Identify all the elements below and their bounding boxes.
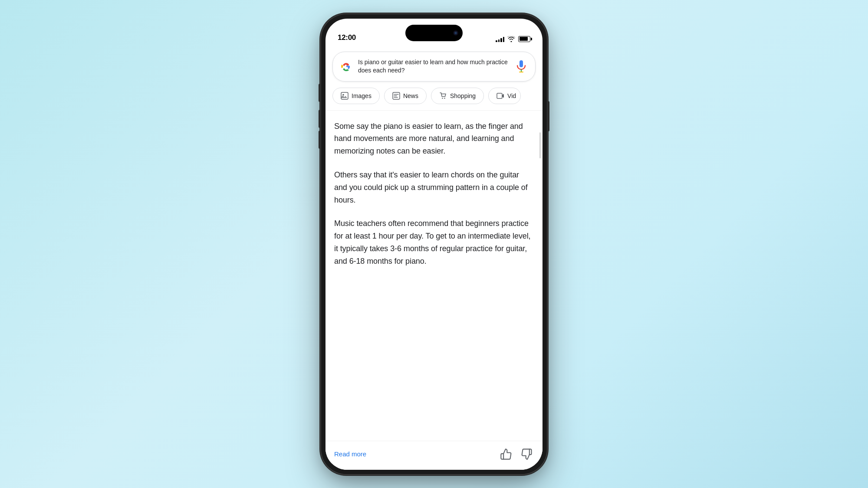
signal-bar-2 xyxy=(498,39,500,42)
phone-wrapper: 12:00 xyxy=(321,14,547,474)
svg-rect-11 xyxy=(497,93,502,98)
microphone-icon[interactable] xyxy=(515,60,527,72)
svg-point-10 xyxy=(444,98,445,98)
image-icon xyxy=(341,92,349,100)
tab-videos[interactable]: Vid xyxy=(488,88,521,104)
signal-bar-1 xyxy=(496,40,497,42)
phone-frame: 12:00 xyxy=(321,14,547,474)
tab-news-label: News xyxy=(403,92,418,99)
thumb-buttons xyxy=(499,447,534,461)
tab-images[interactable]: Images xyxy=(332,88,380,104)
status-time: 12:00 xyxy=(338,33,356,42)
filter-tabs: Images News xyxy=(326,82,542,104)
paragraph-1: Some say the piano is easier to learn, a… xyxy=(334,120,534,157)
video-icon xyxy=(496,92,504,100)
camera-dot xyxy=(453,30,458,36)
tab-images-label: Images xyxy=(352,92,372,99)
svg-point-9 xyxy=(442,98,443,98)
action-row: Read more xyxy=(334,447,534,461)
thumbs-down-button[interactable] xyxy=(520,447,534,461)
shopping-icon xyxy=(439,92,447,100)
battery-fill xyxy=(519,37,528,41)
svg-rect-0 xyxy=(519,60,523,67)
svg-point-4 xyxy=(342,94,344,95)
news-icon xyxy=(392,92,400,100)
search-bar[interactable]: Is piano or guitar easier to learn and h… xyxy=(332,52,536,82)
tab-shopping-label: Shopping xyxy=(450,92,476,99)
signal-bars-icon xyxy=(496,36,504,42)
phone-screen: 12:00 xyxy=(326,19,542,470)
tab-shopping[interactable]: Shopping xyxy=(431,88,484,104)
paragraph-3: Music teachers often recommend that begi… xyxy=(334,217,534,267)
tab-news[interactable]: News xyxy=(384,88,427,104)
paragraph-2: Others say that it's easier to learn cho… xyxy=(334,169,534,206)
thumbs-up-button[interactable] xyxy=(499,447,513,461)
main-content: Some say the piano is easier to learn, a… xyxy=(326,111,542,268)
google-logo xyxy=(341,61,352,72)
signal-bar-3 xyxy=(500,38,502,42)
signal-bar-4 xyxy=(503,37,505,42)
status-icons xyxy=(496,36,530,42)
action-bar: Read more xyxy=(326,441,542,470)
search-query-text: Is piano or guitar easier to learn and h… xyxy=(358,58,509,75)
content-area: Is piano or guitar easier to learn and h… xyxy=(326,46,542,470)
svg-rect-3 xyxy=(341,92,348,99)
tab-videos-label: Vid xyxy=(507,92,516,99)
dynamic-island xyxy=(405,25,463,41)
read-more-link[interactable]: Read more xyxy=(334,450,366,458)
wifi-icon xyxy=(507,36,515,42)
battery-icon xyxy=(518,36,530,42)
scroll-indicator xyxy=(539,132,541,158)
